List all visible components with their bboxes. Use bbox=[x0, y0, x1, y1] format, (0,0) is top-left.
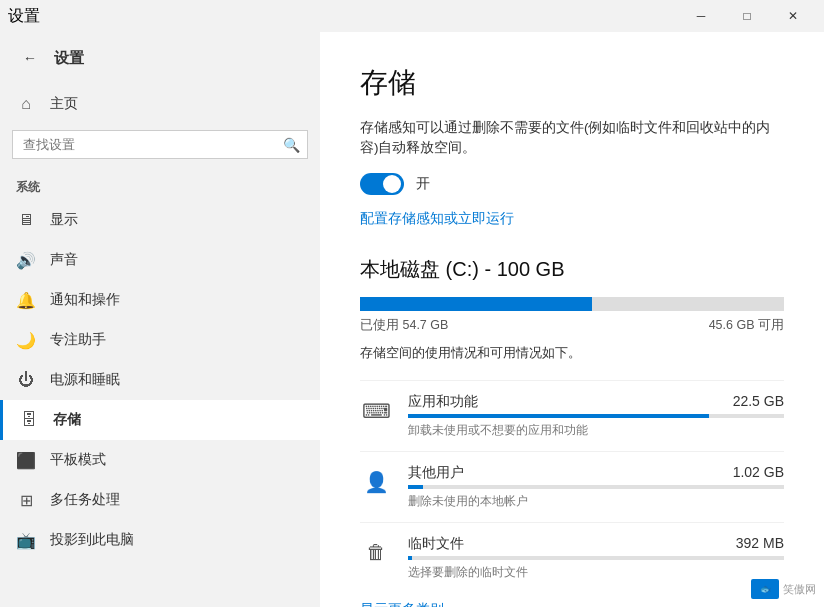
storage-item-info-0: 应用和功能 22.5 GB 卸载未使用或不想要的应用和功能 bbox=[408, 393, 784, 439]
storage-sense-toggle[interactable] bbox=[360, 173, 404, 195]
sidebar-icon-display: 🖥 bbox=[16, 210, 36, 230]
storage-item-bar-0 bbox=[408, 414, 784, 418]
sidebar-item-label-projecting: 投影到此电脑 bbox=[50, 531, 134, 549]
config-link[interactable]: 配置存储感知或立即运行 bbox=[360, 210, 514, 228]
titlebar: 设置 ─ □ ✕ bbox=[0, 0, 824, 32]
search-input[interactable] bbox=[12, 130, 308, 159]
sidebar-icon-power: ⏻ bbox=[16, 370, 36, 390]
sidebar-icon-projecting: 📺 bbox=[16, 530, 36, 550]
sidebar: ← 设置 ⌂ 主页 🔍 系统 🖥 显示 🔊 声音 🔔 通知和操作 🌙 专注助手 bbox=[0, 32, 320, 607]
sidebar-item-power[interactable]: ⏻ 电源和睡眠 bbox=[0, 360, 320, 400]
storage-item-info-1: 其他用户 1.02 GB 删除未使用的本地帐户 bbox=[408, 464, 784, 510]
sidebar-item-display[interactable]: 🖥 显示 bbox=[0, 200, 320, 240]
usage-labels: 已使用 54.7 GB 45.6 GB 可用 bbox=[360, 317, 784, 334]
titlebar-controls: ─ □ ✕ bbox=[678, 0, 816, 32]
sidebar-item-notifications[interactable]: 🔔 通知和操作 bbox=[0, 280, 320, 320]
storage-item-1: 👤 其他用户 1.02 GB 删除未使用的本地帐户 bbox=[360, 451, 784, 522]
app-body: ← 设置 ⌂ 主页 🔍 系统 🖥 显示 🔊 声音 🔔 通知和操作 🌙 专注助手 bbox=[0, 32, 824, 607]
storage-items-container: ⌨ 应用和功能 22.5 GB 卸载未使用或不想要的应用和功能 👤 其他用户 1… bbox=[360, 380, 784, 593]
minimize-button[interactable]: ─ bbox=[678, 0, 724, 32]
storage-item-2: 🗑 临时文件 392 MB 选择要删除的临时文件 bbox=[360, 522, 784, 593]
sidebar-icon-focus: 🌙 bbox=[16, 330, 36, 350]
sidebar-icon-sound: 🔊 bbox=[16, 250, 36, 270]
storage-item-name-2: 临时文件 bbox=[408, 535, 464, 553]
sidebar-items-container: 🖥 显示 🔊 声音 🔔 通知和操作 🌙 专注助手 ⏻ 电源和睡眠 🗄 存储 ⬛ … bbox=[0, 200, 320, 560]
storage-info-text: 存储空间的使用情况和可用情况如下。 bbox=[360, 344, 784, 362]
storage-item-bar-fill-0 bbox=[408, 414, 709, 418]
toggle-row: 开 bbox=[360, 173, 784, 195]
watermark-logo-text: 🐟 bbox=[760, 584, 771, 594]
titlebar-left: 设置 bbox=[8, 6, 40, 27]
sidebar-item-tablet[interactable]: ⬛ 平板模式 bbox=[0, 440, 320, 480]
storage-description: 存储感知可以通过删除不需要的文件(例如临时文件和回收站中的内容)自动释放空间。 bbox=[360, 118, 784, 159]
sidebar-item-label-display: 显示 bbox=[50, 211, 78, 229]
storage-item-header-1: 其他用户 1.02 GB bbox=[408, 464, 784, 482]
storage-item-header-2: 临时文件 392 MB bbox=[408, 535, 784, 553]
sidebar-icon-storage: 🗄 bbox=[19, 410, 39, 430]
storage-item-icon-0: ⌨ bbox=[360, 395, 392, 427]
storage-item-name-0: 应用和功能 bbox=[408, 393, 478, 411]
sidebar-item-multitasking[interactable]: ⊞ 多任务处理 bbox=[0, 480, 320, 520]
used-label: 已使用 54.7 GB bbox=[360, 317, 448, 334]
sidebar-home-label: 主页 bbox=[50, 95, 78, 113]
storage-item-header-0: 应用和功能 22.5 GB bbox=[408, 393, 784, 411]
sidebar-item-label-power: 电源和睡眠 bbox=[50, 371, 120, 389]
sidebar-item-label-storage: 存储 bbox=[53, 411, 81, 429]
storage-item-size-1: 1.02 GB bbox=[733, 464, 784, 480]
storage-item-bar-1 bbox=[408, 485, 784, 489]
sidebar-item-label-tablet: 平板模式 bbox=[50, 451, 106, 469]
back-icon: ← bbox=[23, 50, 37, 66]
sidebar-home-item[interactable]: ⌂ 主页 bbox=[0, 84, 320, 124]
storage-item-name-1: 其他用户 bbox=[408, 464, 464, 482]
storage-item-0: ⌨ 应用和功能 22.5 GB 卸载未使用或不想要的应用和功能 bbox=[360, 380, 784, 451]
maximize-button[interactable]: □ bbox=[724, 0, 770, 32]
page-title: 存储 bbox=[360, 64, 784, 102]
sidebar-icon-notifications: 🔔 bbox=[16, 290, 36, 310]
sidebar-item-label-notifications: 通知和操作 bbox=[50, 291, 120, 309]
storage-item-desc-1: 删除未使用的本地帐户 bbox=[408, 493, 784, 510]
toggle-label: 开 bbox=[416, 175, 430, 193]
section-label: 系统 bbox=[0, 165, 320, 200]
search-box: 🔍 bbox=[12, 130, 308, 159]
storage-item-bar-fill-1 bbox=[408, 485, 423, 489]
storage-item-info-2: 临时文件 392 MB 选择要删除的临时文件 bbox=[408, 535, 784, 581]
storage-item-bar-fill-2 bbox=[408, 556, 412, 560]
back-button[interactable]: ← bbox=[16, 44, 44, 72]
sidebar-icon-multitasking: ⊞ bbox=[16, 490, 36, 510]
disk-usage-bar-fill bbox=[360, 297, 592, 311]
disk-section-title: 本地磁盘 (C:) - 100 GB bbox=[360, 256, 784, 283]
sidebar-header: ← 设置 bbox=[0, 32, 320, 84]
storage-item-icon-1: 👤 bbox=[360, 466, 392, 498]
show-more-link[interactable]: 显示更多类别 bbox=[360, 601, 444, 608]
storage-item-icon-2: 🗑 bbox=[360, 537, 392, 569]
home-icon: ⌂ bbox=[16, 94, 36, 114]
storage-item-size-2: 392 MB bbox=[736, 535, 784, 551]
sidebar-item-label-sound: 声音 bbox=[50, 251, 78, 269]
sidebar-item-label-focus: 专注助手 bbox=[50, 331, 106, 349]
watermark-logo: 🐟 bbox=[751, 579, 779, 599]
storage-item-desc-0: 卸载未使用或不想要的应用和功能 bbox=[408, 422, 784, 439]
sidebar-item-storage[interactable]: 🗄 存储 bbox=[0, 400, 320, 440]
sidebar-item-label-multitasking: 多任务处理 bbox=[50, 491, 120, 509]
content-area: 存储 存储感知可以通过删除不需要的文件(例如临时文件和回收站中的内容)自动释放空… bbox=[320, 32, 824, 607]
sidebar-item-sound[interactable]: 🔊 声音 bbox=[0, 240, 320, 280]
titlebar-title: 设置 bbox=[8, 6, 40, 27]
storage-item-bar-2 bbox=[408, 556, 784, 560]
watermark: 🐟 笑傲网 bbox=[751, 579, 816, 599]
sidebar-icon-tablet: ⬛ bbox=[16, 450, 36, 470]
available-label: 45.6 GB 可用 bbox=[709, 317, 784, 334]
sidebar-item-projecting[interactable]: 📺 投影到此电脑 bbox=[0, 520, 320, 560]
sidebar-app-title: 设置 bbox=[54, 49, 84, 68]
search-icon: 🔍 bbox=[283, 137, 300, 153]
close-button[interactable]: ✕ bbox=[770, 0, 816, 32]
watermark-text: 笑傲网 bbox=[783, 582, 816, 597]
storage-item-size-0: 22.5 GB bbox=[733, 393, 784, 409]
sidebar-item-focus[interactable]: 🌙 专注助手 bbox=[0, 320, 320, 360]
disk-usage-bar bbox=[360, 297, 784, 311]
storage-item-desc-2: 选择要删除的临时文件 bbox=[408, 564, 784, 581]
